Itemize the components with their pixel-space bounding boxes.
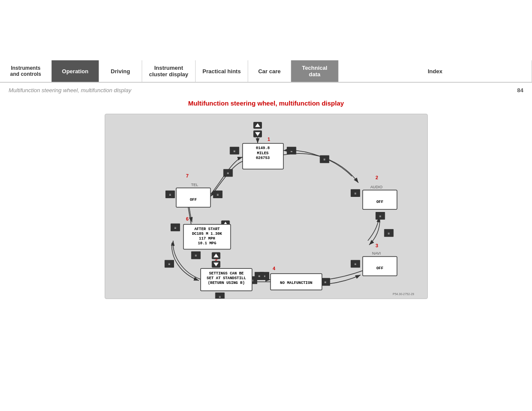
svg-text:3: 3	[375, 243, 378, 248]
svg-text:≡: ≡	[379, 215, 381, 218]
svg-text:10.1 MPG: 10.1 MPG	[198, 241, 216, 246]
svg-text:NAVI: NAVI	[372, 251, 380, 255]
nav-instruments-and-controls[interactable]: Instruments and controls	[0, 60, 52, 82]
page-subtitle-area: Multifunction steering wheel, multifunct…	[0, 83, 532, 95]
svg-text:117 MPH: 117 MPH	[199, 237, 215, 241]
svg-text:≡: ≡	[290, 149, 292, 153]
svg-text:AUDIO: AUDIO	[370, 185, 382, 189]
svg-text:DC185 M   1.30K: DC185 M 1.30K	[192, 232, 222, 236]
nav-car-care[interactable]: Car care	[248, 60, 291, 82]
svg-text:OFF: OFF	[376, 200, 383, 204]
svg-text:6: 6	[186, 216, 188, 221]
svg-text:≡: ≡	[354, 262, 356, 266]
page-subtitle-text: Multifunction steering wheel, multifunct…	[9, 87, 131, 93]
svg-text:SET AT STANDSTILL: SET AT STANDSTILL	[206, 276, 246, 280]
svg-text:≡: ≡	[324, 158, 326, 162]
nav-instrument-cluster[interactable]: Instrument cluster display	[142, 60, 196, 82]
svg-text:4: 4	[272, 266, 275, 271]
nav-index[interactable]: Index	[339, 60, 532, 82]
svg-text:TEL: TEL	[191, 183, 198, 187]
svg-text:≡: ≡	[227, 171, 229, 175]
page-title: Multifunction steering wheel, multifunct…	[0, 100, 532, 107]
svg-text:≡: ≡	[219, 295, 221, 299]
nav-technical-data[interactable]: Technical data	[291, 60, 339, 82]
svg-text:MILES: MILES	[257, 151, 268, 156]
svg-text:≡: ≡	[324, 280, 327, 284]
svg-text:(RETURN USING R): (RETURN USING R)	[208, 281, 245, 285]
svg-text:≡: ≡	[388, 232, 390, 236]
svg-text:AFTER START: AFTER START	[194, 227, 220, 231]
nav-operation[interactable]: Operation	[52, 60, 99, 82]
svg-text:≡: ≡	[169, 193, 171, 197]
svg-text:≡: ≡	[174, 226, 176, 230]
diagram-reference: P54.30-2752-29	[392, 293, 414, 296]
svg-text:≡: ≡	[233, 149, 236, 153]
svg-text:NO MALFUNCTION: NO MALFUNCTION	[280, 281, 312, 285]
svg-text:≡: ≡	[258, 274, 260, 278]
diagram-svg: 1 0149.8 MILES 026753 ≡ ≡ ≡ 2 AUDIO OFF …	[105, 114, 427, 299]
svg-text:2: 2	[375, 175, 378, 180]
svg-text:≡: ≡	[195, 254, 197, 258]
navigation-bar: Instruments and controls Operation Drivi…	[0, 60, 532, 83]
svg-text:1: 1	[267, 137, 270, 142]
svg-text:≡: ≡	[354, 192, 356, 196]
svg-text:0149.8: 0149.8	[255, 146, 269, 150]
page-number: 84	[517, 87, 523, 93]
svg-text:7: 7	[186, 173, 188, 178]
svg-text:≡: ≡	[217, 193, 219, 197]
svg-text:OFF: OFF	[190, 198, 196, 202]
diagram-container: 1 0149.8 MILES 026753 ≡ ≡ ≡ 2 AUDIO OFF …	[105, 114, 428, 299]
svg-text:≡: ≡	[168, 262, 170, 266]
nav-driving[interactable]: Driving	[99, 60, 142, 82]
svg-text:OFF: OFF	[376, 266, 383, 271]
svg-text:026753: 026753	[255, 156, 269, 161]
svg-text:SETTINGS CAN BE: SETTINGS CAN BE	[209, 271, 243, 276]
nav-practical-hints[interactable]: Practical hints	[196, 60, 248, 82]
